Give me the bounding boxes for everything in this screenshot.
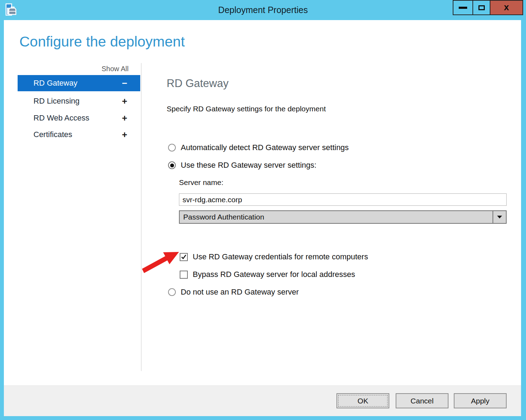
window-controls: x <box>453 0 523 15</box>
logon-method-value: Password Authentication <box>180 213 493 221</box>
show-all-link[interactable]: Show All <box>18 65 129 73</box>
server-name-input[interactable] <box>179 193 507 206</box>
no-gateway-radio[interactable] <box>168 288 176 296</box>
close-icon: x <box>504 2 509 12</box>
expand-icon[interactable]: + <box>122 96 140 107</box>
sidebar-item-label: RD Gateway <box>18 79 122 88</box>
checkbox-row-credentials: Use RD Gateway credentials for remote co… <box>180 252 368 261</box>
sidebar-item-label: RD Licensing <box>18 97 122 106</box>
collapse-icon[interactable]: − <box>122 78 140 89</box>
sidebar-item-rd-gateway[interactable]: RD Gateway − <box>18 75 140 91</box>
radio-row-use-settings: Use these RD Gateway server settings: <box>168 161 316 170</box>
maximize-icon <box>478 5 485 10</box>
apply-button[interactable]: Apply <box>454 393 507 408</box>
page-title: Configure the deployment <box>19 33 185 50</box>
radio-row-auto-detect: Automatically detect RD Gateway server s… <box>168 143 349 152</box>
credentials-label: Use RD Gateway credentials for remote co… <box>193 252 368 261</box>
sidebar-item-label: RD Web Access <box>18 113 122 123</box>
dropdown-arrow-button[interactable] <box>493 211 506 223</box>
logon-method-select[interactable]: Password Authentication <box>179 210 507 224</box>
intro-text: Specify RD Gateway settings for the depl… <box>167 105 326 113</box>
minimize-button[interactable] <box>453 0 473 15</box>
use-settings-label: Use these RD Gateway server settings: <box>181 161 316 170</box>
sidebar-item-rd-web-access[interactable]: RD Web Access + <box>18 110 140 126</box>
titlebar: Deployment Properties x <box>0 0 526 20</box>
expand-icon[interactable]: + <box>122 113 140 124</box>
annotation-arrow-icon <box>140 249 182 274</box>
use-settings-radio[interactable] <box>168 161 176 169</box>
sidebar-divider <box>141 63 142 371</box>
server-name-label: Server name: <box>179 178 223 187</box>
radio-row-no-gateway: Do not use an RD Gateway server <box>168 288 299 297</box>
window-title: Deployment Properties <box>0 0 526 20</box>
checkbox-row-bypass: Bypass RD Gateway server for local addre… <box>180 270 355 279</box>
maximize-button[interactable] <box>472 0 490 15</box>
no-gateway-label: Do not use an RD Gateway server <box>181 288 299 297</box>
section-heading: RD Gateway <box>167 77 229 90</box>
close-button[interactable]: x <box>490 0 523 15</box>
sidebar-item-rd-licensing[interactable]: RD Licensing + <box>18 93 140 109</box>
chevron-down-icon <box>497 216 502 218</box>
expand-icon[interactable]: + <box>122 129 140 140</box>
sidebar-item-certificates[interactable]: Certificates + <box>18 126 140 143</box>
dialog-body: Configure the deployment Show All RD Gat… <box>4 20 521 416</box>
deployment-properties-window: { "window": { "title": "Deployment Prope… <box>0 0 526 420</box>
sidebar-item-label: Certificates <box>18 130 122 139</box>
cancel-button[interactable]: Cancel <box>396 393 448 408</box>
minimize-icon <box>459 7 467 9</box>
auto-detect-label: Automatically detect RD Gateway server s… <box>181 143 349 152</box>
bypass-label: Bypass RD Gateway server for local addre… <box>193 270 355 279</box>
ok-button[interactable]: OK <box>336 393 389 408</box>
button-bar: OK Cancel Apply <box>4 385 521 416</box>
auto-detect-radio[interactable] <box>168 144 176 152</box>
